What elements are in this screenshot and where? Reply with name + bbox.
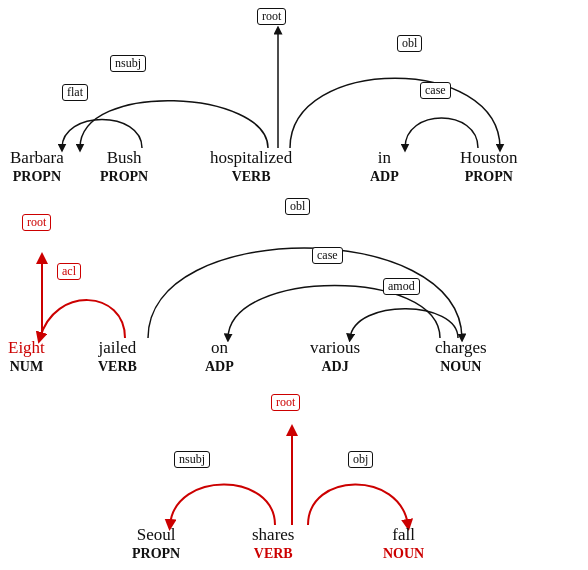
word-eight: Eight NUM	[8, 338, 45, 375]
label-amod: amod	[383, 278, 420, 295]
word-in: in ADP	[370, 148, 399, 185]
word-various: various ADJ	[310, 338, 360, 375]
word-barbara: Barbara PROPN	[10, 148, 64, 185]
label-case-1: case	[420, 82, 451, 99]
label-obl-2: obl	[285, 198, 310, 215]
word-charges: charges NOUN	[435, 338, 487, 375]
word-seoul: Seoul PROPN	[132, 525, 180, 562]
arrows-svg	[0, 0, 588, 570]
label-root-1: root	[257, 8, 286, 25]
label-nsubj-3: nsubj	[174, 451, 210, 468]
label-obj-3: obj	[348, 451, 373, 468]
word-houston: Houston PROPN	[460, 148, 518, 185]
word-bush: Bush PROPN	[100, 148, 148, 185]
label-case-2: case	[312, 247, 343, 264]
word-hospitalized: hospitalized VERB	[210, 148, 292, 185]
dependency-diagram: Barbara PROPN Bush PROPN hospitalized VE…	[0, 0, 588, 570]
label-root-2: root	[22, 214, 51, 231]
label-acl: acl	[57, 263, 81, 280]
label-flat: flat	[62, 84, 88, 101]
label-nsubj-1: nsubj	[110, 55, 146, 72]
word-on: on ADP	[205, 338, 234, 375]
label-root-3: root	[271, 394, 300, 411]
word-fall: fall NOUN	[383, 525, 424, 562]
label-obl-1: obl	[397, 35, 422, 52]
word-jailed: jailed VERB	[98, 338, 137, 375]
word-shares: shares VERB	[252, 525, 294, 562]
